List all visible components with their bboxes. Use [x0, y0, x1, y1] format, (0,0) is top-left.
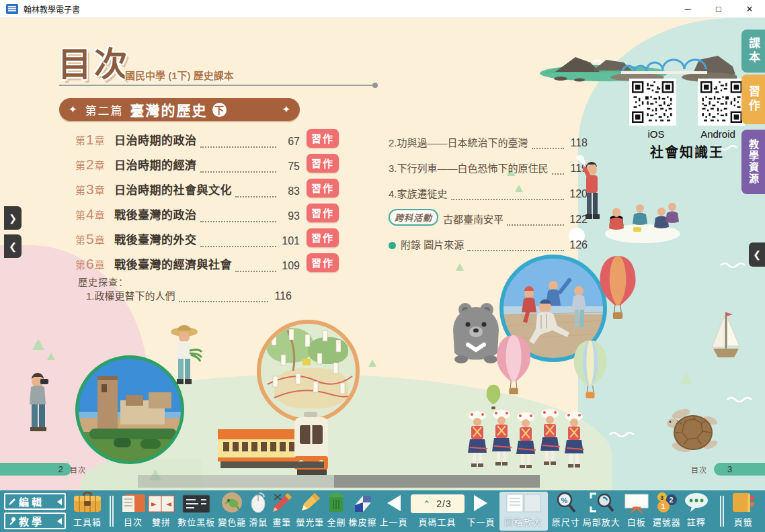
toc-chapter-row[interactable]: 第4章 戰後臺灣的政治 93 習作 [75, 203, 339, 228]
bullet-dot-icon [389, 242, 396, 249]
scrollbar-thumb[interactable] [334, 475, 540, 488]
triangle-left-icon [57, 498, 62, 505]
toc-item-row[interactable]: 4.家族遷徙史 120 [389, 181, 588, 206]
wave-icon [719, 260, 750, 268]
bottom-toolbar: 編輯 教學 工具箱 目次 雙拼 數位黑板 變色 [0, 490, 765, 532]
toolbar-button-number-picker[interactable]: 321 選號器 [653, 490, 681, 532]
toc-chapter-row[interactable]: 第5章 戰後臺灣的外交 101 習作 [75, 228, 339, 253]
workbook-badge[interactable]: 習作 [307, 228, 339, 247]
toolbar-button-chameleon[interactable]: 變色龍 [218, 490, 246, 532]
item-label: 1.政權更替下的人們 [86, 288, 175, 302]
toolbar-button-page-tool[interactable]: ⌃2/3 頁碼工具 [411, 490, 465, 532]
workbook-badge[interactable]: 習作 [307, 129, 339, 148]
toc-chapter-row[interactable]: 第2章 日治時期的經濟 75 習作 [75, 153, 339, 178]
wave-icon [608, 429, 639, 437]
toolbar-button-whiteboard[interactable]: 白板 [623, 490, 650, 532]
toolbar-button-toc[interactable]: 目次 [121, 490, 145, 532]
toolbar-button-prev-page[interactable]: 上一頁 [379, 490, 407, 532]
toolbar-button-page-tabs[interactable]: 頁籤 [731, 490, 756, 532]
item-label: 4.家族遷徙史 [389, 186, 448, 200]
toolbar-button-annotation[interactable]: 註釋 [684, 490, 709, 532]
aboriginal-dancers-illustration [465, 406, 589, 474]
toc-right-column: 2.功與過——日本統治下的臺灣 118 3.下行列車——白色恐怖下的原住民 11… [389, 130, 588, 257]
toolbar-button-eraser[interactable]: 橡皮擦 [348, 490, 376, 532]
toc-item-row[interactable]: 1.政權更替下的人們 116 [86, 288, 292, 302]
chapter-number: 第5章 [75, 231, 114, 247]
tab-teaching-resources[interactable]: 教學資源 [741, 130, 765, 194]
qr-caption: 社會知識王 [629, 142, 745, 161]
qr-code-block: iOS Android 社會知識王 [629, 79, 745, 161]
dot-leader [532, 140, 564, 149]
toolbar-button-partial-zoom[interactable]: 局部放大 [583, 490, 620, 532]
qr-label-ios: iOS [629, 128, 683, 140]
toolbar-button-next-page[interactable]: 下一頁 [467, 490, 495, 532]
tabbed-book-icon [731, 492, 756, 513]
explore-heading: 歷史探查： [78, 275, 128, 288]
toolbar-button-quad-zoom[interactable]: 四格放大 [499, 492, 548, 531]
workbook-badge[interactable]: 習作 [307, 154, 339, 173]
edit-mode-button[interactable]: 編輯 [4, 493, 66, 510]
dot-leader [552, 165, 564, 175]
toolbar-button-highlighter[interactable]: 螢光筆 [296, 490, 324, 532]
collapse-left-panel-button[interactable]: ❮ [4, 234, 22, 258]
toolbar-button-pen[interactable]: 畫筆 [270, 490, 293, 532]
workbook-badge[interactable]: 習作 [307, 204, 339, 222]
wave-icon [726, 394, 757, 402]
teach-mode-button[interactable]: 教學 [4, 513, 66, 529]
toc-item-row[interactable]: 3.下行列車——白色恐怖下的原住民 119 [389, 155, 588, 181]
toc-appendix-row[interactable]: 附錄 圖片來源 126 [389, 232, 588, 257]
item-label: 古都臺南安平 [443, 212, 504, 226]
toc-chapter-row[interactable]: 第1章 日治時期的政治 67 習作 [75, 128, 339, 153]
activity-tag: 跨科活動 [389, 209, 438, 226]
magnifier-percent-icon: % [556, 492, 576, 513]
collapse-right-panel-button[interactable]: ❮ [749, 242, 765, 267]
expand-left-panel-button[interactable]: ❯ [4, 206, 22, 230]
chapter-title: 戰後臺灣的經濟與社會 [114, 255, 232, 272]
toc-item-row[interactable]: 2.功與過——日本統治下的臺灣 118 [389, 130, 588, 155]
chapter-page: 83 [280, 185, 300, 197]
dot-leader [200, 163, 276, 173]
toolbar-button-digital-blackboard[interactable]: 數位黑板 [177, 490, 215, 532]
horizontal-scrollbar[interactable] [138, 475, 540, 488]
qr-code-android [698, 79, 745, 126]
ebook-page: 目次 國民中學 (1下) 歷史課本 ✦ 第二篇 臺灣的歷史 下 ✦ 第1章 日治… [0, 18, 765, 490]
toolbar-button-delete-all[interactable]: 全刪 [327, 490, 346, 532]
mouse-cursor-icon [250, 492, 266, 513]
trash-icon [327, 492, 346, 513]
chapter-number: 第4章 [75, 206, 114, 222]
chapter-title: 日治時期的社會與文化 [114, 181, 232, 197]
svg-text:%: % [561, 496, 568, 504]
triangle-left-icon [57, 518, 62, 525]
close-button[interactable]: ✕ [734, 0, 765, 17]
page-indicator-box[interactable]: ⌃2/3 [411, 494, 465, 513]
workbook-badge[interactable]: 習作 [307, 253, 339, 272]
toolbar-button-original-size[interactable]: % 原尺寸 [552, 490, 580, 532]
maximize-button[interactable]: □ [703, 0, 734, 17]
toolbar-button-mouse[interactable]: 滑鼠 [249, 490, 268, 532]
chapter-title: 日治時期的政治 [114, 131, 197, 148]
tree-icon [368, 359, 376, 367]
toolbox-button[interactable]: 工具箱 [73, 490, 102, 532]
toolbar-button-dual-page[interactable]: 雙拼 [148, 490, 175, 532]
footer-label-right: 目次 [691, 464, 707, 475]
toc-chapter-row[interactable]: 第3章 日治時期的社會與文化 83 習作 [75, 178, 339, 203]
svg-text:2: 2 [669, 496, 674, 504]
pen-icon [270, 492, 293, 513]
app-logo-icon [6, 4, 18, 14]
item-page: 118 [567, 137, 588, 149]
tab-workbook[interactable]: 習作 [741, 75, 765, 124]
hot-air-balloon-icon [571, 339, 609, 400]
chapter-number: 第6章 [75, 256, 114, 272]
tree-icon [32, 339, 44, 350]
chapter-number: 第1章 [75, 132, 114, 148]
toc-activity-row[interactable]: 跨科活動 古都臺南安平 122 [389, 206, 588, 232]
dot-leader [507, 216, 564, 226]
tab-textbook[interactable]: 課本 [741, 30, 765, 73]
chapter-list: 第1章 日治時期的政治 67 習作 第2章 日治時期的經濟 75 習作 第3章 … [75, 128, 339, 277]
minimize-button[interactable]: ─ [672, 0, 703, 17]
dot-leader [200, 138, 276, 148]
workbook-badge[interactable]: 習作 [307, 179, 339, 197]
chapter-title: 戰後臺灣的政治 [114, 206, 197, 222]
toc-chapter-row[interactable]: 第6章 戰後臺灣的經濟與社會 109 習作 [75, 253, 339, 277]
dot-leader [467, 242, 564, 251]
